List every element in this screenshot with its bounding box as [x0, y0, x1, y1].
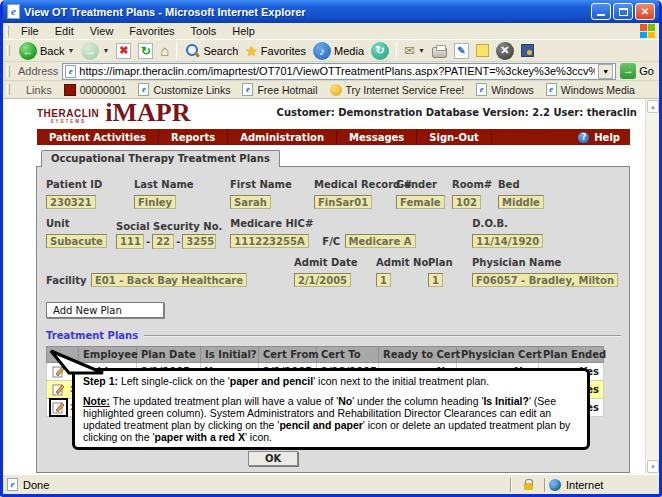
edit-plan-icon-highlighted[interactable]: [51, 400, 66, 415]
go-button[interactable]: → Go: [620, 63, 656, 79]
address-input[interactable]: e https://imapr.theraclin.com/imaprtest/…: [62, 63, 616, 80]
history-icon: ↻: [371, 42, 389, 60]
tab-ot-treatment-plans[interactable]: Occupational Therapy Treatment Plans: [41, 150, 280, 167]
callout-step1: Step 1: Left single-click on the 'paper …: [83, 375, 579, 387]
link-favicon: e: [138, 83, 149, 96]
field-dob: D.O.B. 11/14/1920: [472, 213, 552, 249]
toolbar-grip[interactable]: [6, 26, 9, 37]
customer-info: Customer: Demonstration Database Version…: [277, 101, 637, 118]
menu-favorites[interactable]: Favorites: [121, 25, 182, 37]
mail-icon: ✉: [404, 44, 415, 57]
field-first-name: First Name Sarah: [230, 174, 306, 210]
forward-dropdown-icon[interactable]: ▼: [102, 47, 109, 54]
minimize-button[interactable]: [591, 3, 611, 20]
address-url[interactable]: https://imapr.theraclin.com/imaprtest/OT…: [79, 65, 595, 77]
toolbar-grip[interactable]: [7, 45, 10, 56]
unit-value[interactable]: Subacute: [46, 234, 107, 248]
fc-value[interactable]: Medicare A: [345, 234, 416, 248]
bed-value[interactable]: Middle: [498, 195, 544, 209]
link-00000001[interactable]: 00000001: [64, 84, 127, 96]
mail-button[interactable]: ✉▼: [402, 44, 427, 57]
field-last-name: Last Name Finley: [134, 174, 222, 210]
link-free-hotmail[interactable]: eFree Hotmail: [242, 83, 317, 96]
links-bar: Links 00000001 eCustomize Links eFree Ho…: [3, 81, 659, 99]
field-fc: F/C Medicare A: [322, 231, 464, 249]
nav-reports[interactable]: Reports: [159, 129, 228, 145]
messenger-button[interactable]: ✕: [494, 42, 516, 60]
menu-edit[interactable]: Edit: [47, 25, 82, 37]
toolbar-grip[interactable]: [7, 66, 10, 77]
menu-view[interactable]: View: [82, 25, 122, 37]
toolbar-grip[interactable]: [7, 84, 10, 95]
dob-value[interactable]: 11/14/1920: [472, 234, 543, 248]
ssn-part3[interactable]: 3255: [182, 234, 216, 249]
edit-icon: ✎: [457, 45, 465, 56]
stop-button[interactable]: ✖: [114, 43, 133, 59]
edit-plan-icon[interactable]: [51, 382, 66, 397]
refresh-button[interactable]: ↻: [136, 43, 155, 59]
admit-date-value[interactable]: 2/1/2005: [294, 273, 351, 287]
forward-button[interactable]: → ▼: [79, 42, 111, 60]
ok-button[interactable]: OK: [248, 451, 298, 466]
ssn-part2[interactable]: 22: [152, 234, 174, 249]
medical-record-value[interactable]: FinSar01: [314, 195, 372, 209]
link-customize-links[interactable]: eCustomize Links: [138, 83, 230, 96]
close-button[interactable]: ✕: [635, 3, 655, 20]
toolbar-separator: [176, 42, 177, 60]
toolbar-separator: [396, 42, 397, 60]
link-try-internet-service[interactable]: Try Internet Service Free!: [330, 84, 465, 96]
nav-patient-activities[interactable]: Patient Activities: [37, 129, 159, 145]
discuss-icon: [476, 44, 489, 57]
mail-dropdown-icon[interactable]: ▼: [418, 47, 425, 54]
favorites-button[interactable]: ★ Favorites: [243, 44, 308, 58]
app-header: THERACLIN SYSTEMS iMAPR Customer: Demons…: [3, 99, 659, 129]
last-name-value[interactable]: Finley: [134, 195, 176, 209]
history-button[interactable]: ↻: [369, 42, 391, 60]
status-bar: e Done Internet: [3, 474, 659, 494]
page-content: THERACLIN SYSTEMS iMAPR Customer: Demons…: [3, 99, 659, 474]
room-value[interactable]: 102: [452, 195, 481, 209]
nav-administration[interactable]: Administration: [228, 129, 337, 145]
first-name-value[interactable]: Sarah: [230, 195, 271, 209]
media-button[interactable]: ♪ Media: [311, 42, 366, 60]
stop-icon: ✖: [119, 44, 128, 57]
menu-file[interactable]: File: [13, 25, 47, 37]
ssn-part1[interactable]: 111: [116, 234, 144, 249]
ie-page-icon: e: [65, 65, 76, 78]
search-button[interactable]: Search: [182, 43, 240, 59]
physician-value[interactable]: F06057 - Bradley, Milton: [472, 273, 618, 287]
add-new-plan-button[interactable]: Add New Plan: [46, 302, 164, 318]
back-icon: ←: [19, 42, 37, 60]
nav-messages[interactable]: Messages: [337, 129, 417, 145]
facility-value[interactable]: E01 - Back Bay Healthcare: [91, 273, 247, 287]
home-button[interactable]: ⌂: [158, 43, 171, 58]
scroll-up-icon[interactable]: ▲: [647, 100, 659, 113]
windows-logo-icon: [640, 24, 655, 38]
vertical-scrollbar[interactable]: ▲ ▼: [645, 99, 659, 474]
link-windows-media[interactable]: eWindows Media: [546, 83, 635, 96]
field-ssn: Social Security No. 111 - 22 - 3255: [116, 216, 222, 249]
back-dropdown-icon[interactable]: ▼: [67, 47, 74, 54]
admit-no-value[interactable]: 1: [376, 273, 391, 287]
medicare-hic-value[interactable]: 111223255A: [230, 234, 308, 248]
nav-sign-out[interactable]: Sign-Out: [417, 129, 491, 145]
address-dropdown-icon[interactable]: ▼: [598, 64, 613, 79]
nav-help[interactable]: ? Help: [578, 132, 630, 143]
title-bar: e View OT Treatment Plans - Microsoft In…: [3, 0, 659, 23]
back-button[interactable]: ← Back ▼: [17, 42, 76, 60]
research-button[interactable]: [519, 44, 536, 57]
discuss-button[interactable]: [474, 44, 491, 57]
scroll-down-icon[interactable]: ▼: [647, 460, 659, 473]
window-title: View OT Treatment Plans - Microsoft Inte…: [24, 6, 587, 18]
maximize-button[interactable]: [613, 3, 633, 20]
link-windows[interactable]: eWindows: [476, 83, 534, 96]
print-button[interactable]: [430, 44, 449, 58]
menu-help[interactable]: Help: [224, 25, 263, 37]
edit-button[interactable]: ✎: [452, 43, 471, 59]
refresh-icon: ↻: [141, 44, 151, 58]
field-admit-date: Admit Date 2/1/2005: [294, 252, 368, 288]
plan-value[interactable]: 1: [428, 273, 443, 287]
menu-tools[interactable]: Tools: [183, 25, 225, 37]
patient-id-value[interactable]: 230321: [46, 195, 96, 209]
gender-value[interactable]: Female: [396, 195, 445, 209]
